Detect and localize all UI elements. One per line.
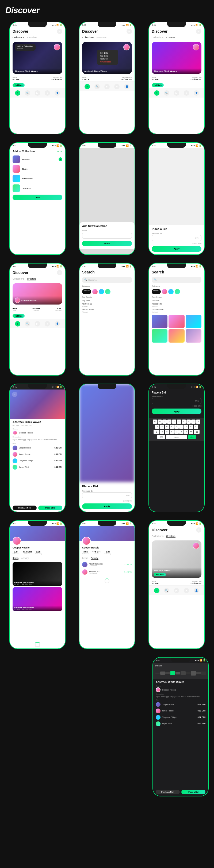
- tab-items[interactable]: Items: [82, 557, 88, 560]
- tab-favorites[interactable]: Favorites: [97, 36, 106, 39]
- key-b[interactable]: B: [179, 430, 183, 434]
- key-s[interactable]: S: [160, 425, 164, 429]
- reserved-input[interactable]: ETH: [152, 398, 202, 404]
- key-z[interactable]: Z: [160, 430, 164, 434]
- key-t[interactable]: T: [172, 420, 176, 424]
- purchase-button[interactable]: Purchase Now: [12, 505, 37, 510]
- nav-heart[interactable]: ♥: [184, 588, 189, 593]
- collection-item-character[interactable]: Character: [10, 183, 65, 193]
- cat-avatar-1[interactable]: [162, 289, 167, 294]
- modal-action[interactable]: Done: [57, 150, 62, 153]
- nav-search[interactable]: 🔍: [95, 84, 100, 89]
- key-r[interactable]: R: [167, 420, 172, 424]
- nav-heart[interactable]: ♥: [45, 90, 50, 96]
- nft-list-item-2[interactable]: Abstrock Black Waves 0.5 ETH 12h 30m 20s: [12, 587, 62, 611]
- nav-user[interactable]: 👤: [194, 588, 199, 593]
- cat-abstract[interactable]: Abstract: [152, 289, 161, 294]
- key-g[interactable]: G: [174, 425, 179, 429]
- tab-favorites[interactable]: Favorites: [27, 36, 37, 39]
- nav-user[interactable]: 👤: [194, 90, 199, 96]
- nav-home[interactable]: ⌂: [15, 321, 20, 327]
- apply-button[interactable]: Apply: [82, 503, 132, 509]
- menu-item-hotbids[interactable]: Hot Bids: [100, 52, 115, 54]
- nav-user[interactable]: 👤: [124, 84, 130, 89]
- tab-items[interactable]: Items: [12, 557, 19, 560]
- menu-icon[interactable]: ≡: [57, 29, 62, 34]
- key-numbers[interactable]: 123: [157, 435, 165, 439]
- key-h[interactable]: H: [179, 425, 183, 429]
- grid-item-1[interactable]: [152, 315, 168, 328]
- nav-search[interactable]: 🔍: [164, 90, 169, 96]
- key-f[interactable]: F: [170, 425, 174, 429]
- cat-avatar-3[interactable]: [105, 289, 110, 294]
- menu-icon[interactable]: ≡: [196, 527, 202, 533]
- key-delete[interactable]: ⌫: [194, 430, 200, 434]
- nav-play[interactable]: ▶: [35, 90, 40, 96]
- menu-item-newrelease[interactable]: New Release: [100, 60, 115, 63]
- tab-collections[interactable]: Collections: [152, 535, 164, 538]
- key-w[interactable]: W: [157, 420, 162, 424]
- cat-abstract[interactable]: Abstract: [82, 289, 91, 294]
- tab-collections[interactable]: Collections: [152, 36, 164, 39]
- key-k[interactable]: K: [189, 425, 193, 429]
- collection-item-etart[interactable]: Et Art: [10, 164, 65, 174]
- key-u[interactable]: U: [182, 420, 186, 424]
- name-input[interactable]: [82, 233, 132, 239]
- done-button[interactable]: Done: [82, 241, 132, 246]
- hot-bids-button[interactable]: Hot Bids: [12, 83, 25, 87]
- nav-play[interactable]: ▶: [174, 588, 179, 593]
- key-a[interactable]: A: [155, 425, 159, 429]
- grid-item-3[interactable]: [186, 315, 202, 328]
- key-y[interactable]: Y: [177, 420, 181, 424]
- nft-list-item-1[interactable]: Abstrock Black Waves 0.5 ETH 12h 30m 20s: [12, 562, 62, 586]
- tab-collections[interactable]: Collections: [12, 36, 24, 39]
- nav-heart[interactable]: ♥: [184, 90, 189, 96]
- key-return[interactable]: return: [188, 435, 196, 439]
- key-space[interactable]: space: [166, 435, 187, 439]
- cat-avatar-3[interactable]: [175, 289, 180, 294]
- nav-search[interactable]: 🔍: [164, 588, 169, 593]
- menu-item-featured[interactable]: Featured: [100, 57, 115, 60]
- hot-bids-button[interactable]: Hot Bids: [12, 314, 25, 318]
- key-n[interactable]: N: [184, 430, 188, 434]
- cat-avatar-1[interactable]: [92, 289, 98, 294]
- tab-creators[interactable]: Creators: [166, 535, 176, 538]
- key-c[interactable]: C: [170, 430, 174, 434]
- grid-item-5[interactable]: [169, 329, 184, 343]
- grid-item-4[interactable]: [152, 329, 168, 343]
- tab-creators[interactable]: Creators: [27, 277, 36, 280]
- key-x[interactable]: X: [165, 430, 169, 434]
- nav-play[interactable]: ▶: [35, 321, 40, 327]
- tab-creators[interactable]: Creators: [166, 36, 176, 39]
- key-j[interactable]: J: [184, 425, 188, 429]
- collection-item-abstract[interactable]: Abstract ✓: [10, 154, 65, 164]
- tab-activity[interactable]: Activity: [21, 557, 29, 560]
- search-bar[interactable]: 🔍: [152, 277, 202, 283]
- back-button[interactable]: ←: [12, 392, 17, 397]
- cat-avatar-2[interactable]: [168, 289, 174, 294]
- tab-collections[interactable]: Collections: [12, 277, 24, 280]
- nav-play[interactable]: ▶: [104, 84, 110, 89]
- menu-icon[interactable]: ≡: [57, 270, 62, 275]
- apply-button[interactable]: Apply: [152, 246, 202, 252]
- key-m[interactable]: M: [189, 430, 193, 434]
- menu-icon[interactable]: ≡: [127, 29, 132, 34]
- reserved-input[interactable]: ETH: [152, 235, 202, 241]
- key-l[interactable]: L: [194, 425, 198, 429]
- done-button[interactable]: Done: [12, 195, 62, 200]
- menu-item-topitems[interactable]: Top Items: [100, 54, 115, 57]
- bid-button[interactable]: Place a Bid: [181, 790, 206, 794]
- bid-button[interactable]: Place a Bid: [38, 505, 62, 510]
- tab-activity[interactable]: Activity: [91, 557, 99, 560]
- nav-home[interactable]: ⌂: [154, 588, 159, 593]
- nav-heart[interactable]: ♥: [45, 321, 50, 327]
- reserved-input[interactable]: ETH: [82, 492, 132, 498]
- nav-play[interactable]: ▶: [174, 90, 179, 96]
- nav-home[interactable]: ⌂: [84, 84, 90, 89]
- nav-search[interactable]: 🔍: [25, 321, 30, 327]
- hot-bids-button[interactable]: Hot Bids: [152, 83, 164, 87]
- nav-heart[interactable]: ♥: [114, 84, 119, 89]
- key-v[interactable]: V: [174, 430, 179, 434]
- nav-search[interactable]: 🔍: [25, 90, 30, 96]
- cat-avatar-2[interactable]: [99, 289, 104, 294]
